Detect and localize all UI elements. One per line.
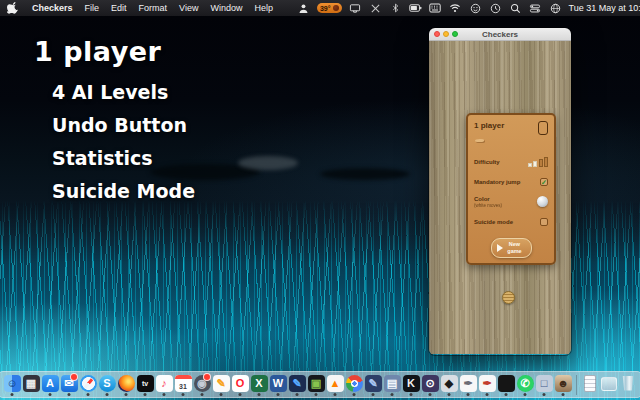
apple-menu[interactable] [7, 2, 18, 14]
spotlight-search-icon[interactable] [509, 2, 522, 14]
difficulty-bar-3[interactable] [539, 159, 543, 167]
checkers-window: Checkers 1 player Difficulty [429, 28, 571, 355]
pages-dock-icon[interactable]: ✎ [212, 374, 230, 396]
black-app-dock-icon[interactable] [497, 374, 515, 396]
firefox-dock-icon[interactable] [117, 374, 135, 396]
chrome-dock-icon[interactable] [345, 374, 363, 396]
feature-item: 4 AI Levels [52, 81, 195, 103]
dock-tray-glyph [622, 376, 634, 391]
app-store-dock-icon[interactable]: A [41, 374, 59, 396]
new-game-button[interactable]: New game [491, 238, 532, 258]
launchpad-dock-icon[interactable]: ▦ [22, 374, 40, 396]
dock-app-glyph: ✎ [365, 375, 382, 392]
dock-app-glyph: ⊙ [422, 375, 439, 392]
dock-app-glyph: A [42, 375, 59, 392]
dock-app-glyph: ☺ [4, 375, 21, 392]
trash-dock-icon[interactable] [619, 374, 637, 396]
portrait-dock-icon[interactable]: ☻ [554, 374, 572, 396]
clock-app-dock-icon[interactable]: ⊙ [421, 374, 439, 396]
finder-dock-icon[interactable]: ☺ [3, 374, 21, 396]
hand-icon [475, 139, 484, 142]
difficulty-bar-1[interactable] [528, 163, 532, 167]
menu-item[interactable]: Help [254, 3, 273, 13]
downloads-stack-dock-icon[interactable] [600, 374, 618, 396]
kindle-dock-icon[interactable]: K [402, 374, 420, 396]
difficulty-bar-4[interactable] [544, 157, 548, 167]
dock-divider [576, 375, 577, 395]
desktop: Checkers FileEditFormatViewWindowHelp 39… [0, 0, 640, 400]
opera-dock-icon[interactable]: O [231, 374, 249, 396]
dock-app-glyph: ◉ [194, 375, 211, 392]
globe-icon[interactable] [549, 2, 562, 14]
suicide-mode-checkbox[interactable] [540, 218, 548, 226]
temperature-badge[interactable]: 39° [317, 3, 342, 13]
dock-app-glyph: ✉ [61, 375, 78, 392]
panel-title: 1 player [474, 121, 504, 130]
dock-app-glyph [498, 375, 515, 392]
color-piece-toggle[interactable] [537, 196, 548, 207]
music-dock-icon[interactable]: ♪ [155, 374, 173, 396]
display-icon[interactable] [349, 2, 362, 14]
menu-coin-button[interactable] [502, 291, 515, 304]
dock-app-glyph: S [99, 375, 116, 392]
battery-icon[interactable] [409, 2, 422, 14]
word-dock-icon[interactable]: W [269, 374, 287, 396]
safari-dock-icon[interactable] [79, 374, 97, 396]
status-icons: 39° [297, 2, 640, 14]
book-app-dock-icon[interactable]: ▤ [383, 374, 401, 396]
dock-app-glyph: ▲ [327, 375, 344, 392]
inkscape-dock-icon[interactable]: ◆ [440, 374, 458, 396]
menu-item[interactable]: Edit [111, 3, 127, 13]
tv-dock-icon[interactable]: tv [136, 374, 154, 396]
vlc-dock-icon[interactable]: ▲ [326, 374, 344, 396]
image-app-dock-icon[interactable]: ▣ [307, 374, 325, 396]
suicide-mode-row: Suicide mode [474, 216, 548, 227]
menu-item[interactable]: View [179, 3, 198, 13]
difficulty-bar-2[interactable] [533, 161, 537, 167]
dock-app-glyph: W [270, 375, 287, 392]
panel-header: 1 player [474, 121, 548, 135]
calendar-dock-icon[interactable]: 31 [174, 374, 192, 396]
writing-app-red-dock-icon[interactable]: ✒ [478, 374, 496, 396]
color-label: Color (white moves) [474, 196, 502, 208]
menu-item[interactable]: Window [210, 3, 242, 13]
feature-item: Statistics [52, 147, 195, 169]
difficulty-label: Difficulty [474, 159, 500, 165]
writing-app-dock-icon[interactable]: ✒ [459, 374, 477, 396]
mandatory-jump-checkbox[interactable]: ✓ [540, 178, 548, 186]
moon-icon [333, 5, 339, 11]
face-icon[interactable] [469, 2, 482, 14]
dock: ☺ ▦ A ✉ S [0, 371, 640, 398]
dock-app-glyph: O [232, 375, 249, 392]
bluetooth-icon[interactable] [389, 2, 402, 14]
screen-app-dock-icon[interactable]: □ [535, 374, 553, 396]
dock-app-glyph: ✎ [289, 375, 306, 392]
documents-stack-dock-icon[interactable] [581, 374, 599, 396]
dock-app-glyph: ✎ [213, 375, 230, 392]
time-machine-icon[interactable] [489, 2, 502, 14]
control-center-icon[interactable] [529, 2, 542, 14]
whatsapp-dock-icon[interactable]: ✆ [516, 374, 534, 396]
skype-dock-icon[interactable]: S [98, 374, 116, 396]
user-switch-icon[interactable] [297, 2, 310, 14]
graphics-app-dock-icon[interactable]: ✎ [288, 374, 306, 396]
keyboard-viewer-icon[interactable] [429, 2, 442, 14]
board-icon[interactable] [538, 121, 548, 135]
menu-bar-clock[interactable]: Tue 31 May at 10:16 [569, 3, 640, 13]
suicide-mode-label: Suicide mode [474, 219, 513, 225]
camera-app-dock-icon[interactable]: ◉ [193, 374, 211, 396]
mail-dock-icon[interactable]: ✉ [60, 374, 78, 396]
notes-app-dock-icon[interactable]: ✎ [364, 374, 382, 396]
wifi-icon[interactable] [449, 2, 462, 14]
antenna-off-icon[interactable] [369, 2, 382, 14]
new-game-label: New game [506, 241, 524, 255]
menu-item[interactable]: File [85, 3, 100, 13]
color-label-text: Color [474, 196, 490, 202]
difficulty-bars[interactable] [528, 157, 549, 167]
menu-list: FileEditFormatViewWindowHelp [85, 3, 273, 13]
app-menu-title[interactable]: Checkers [32, 3, 73, 13]
window-titlebar[interactable]: Checkers [429, 28, 571, 41]
menu-item[interactable]: Format [139, 3, 168, 13]
excel-dock-icon[interactable]: X [250, 374, 268, 396]
dock-app-glyph: ☻ [555, 375, 572, 392]
